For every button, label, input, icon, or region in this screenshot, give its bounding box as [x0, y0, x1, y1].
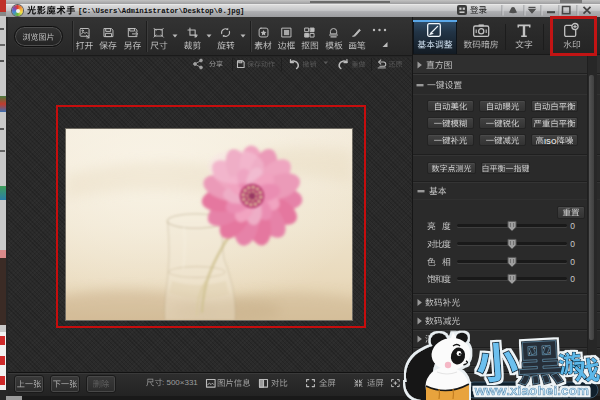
svg-text:[C:\Users\Administrator\Deskto: [C:\Users\Administrator\Desktop\0.jpg]: [78, 7, 244, 15]
svg-text:0: 0: [570, 274, 575, 284]
svg-text:0: 0: [570, 239, 575, 249]
svg-text:0: 0: [570, 257, 575, 267]
svg-text:: 500×331: : 500×331: [162, 378, 198, 387]
svg-text:0: 0: [570, 221, 575, 231]
svg-text:ISO: ISO: [544, 137, 557, 146]
